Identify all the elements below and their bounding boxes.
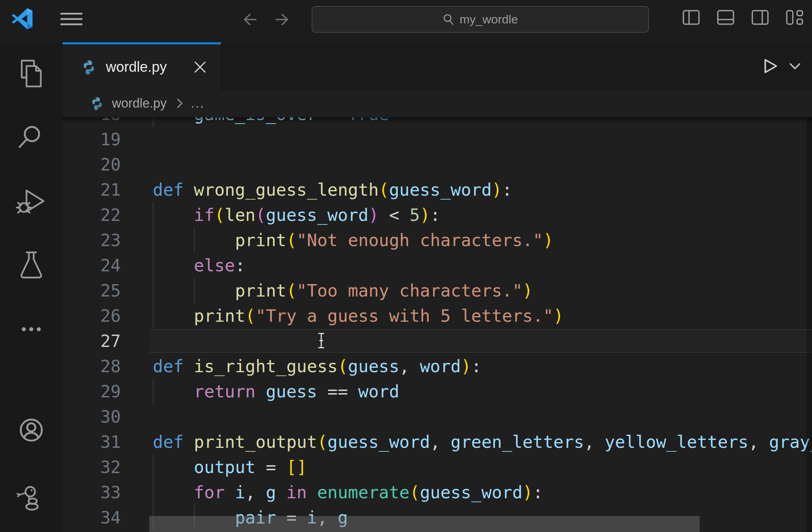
sidebar-item-search[interactable] <box>0 116 63 159</box>
activity-bar <box>0 42 63 532</box>
code-line-18[interactable]: 18 game_is_over = True <box>63 117 812 127</box>
toggle-secondary-sidebar-icon[interactable] <box>751 10 769 25</box>
close-icon[interactable] <box>193 60 208 75</box>
tab-label: wordle.py <box>106 59 167 75</box>
code-text: return guess == word <box>153 379 399 404</box>
code-line-28[interactable]: 28def is_right_guess(guess, word): <box>63 354 812 379</box>
line-number: 34 <box>63 505 121 530</box>
toggle-primary-sidebar-icon[interactable] <box>682 10 700 25</box>
code-text: if(len(guess_word) < 5): <box>153 202 440 228</box>
line-number: 33 <box>63 480 121 505</box>
line-number: 29 <box>63 379 121 404</box>
editor-group: wordle.py wordle.py <box>63 42 812 532</box>
indent-guide <box>153 455 154 480</box>
code-line-24[interactable]: 24 else: <box>63 253 812 278</box>
snake-icon <box>15 479 48 511</box>
code-line-33[interactable]: 33 for i, g in enumerate(guess_word): <box>63 480 812 505</box>
title-bar: my_wordle <box>0 0 812 42</box>
vscode-logo-icon <box>11 8 33 30</box>
sidebar-item-run-debug[interactable] <box>0 181 63 223</box>
tab-wordle-py[interactable]: wordle.py <box>63 42 221 89</box>
code-line-31[interactable]: 31def print_output(guess_word, green_let… <box>63 429 812 455</box>
line-number: 21 <box>63 177 121 202</box>
indent-guide <box>153 117 154 127</box>
horizontal-scrollbar-thumb[interactable] <box>149 516 700 532</box>
files-icon <box>15 57 48 90</box>
breadcrumb-symbol[interactable]: ... <box>191 96 205 111</box>
code-text: def wrong_guess_length(guess_word): <box>153 177 512 202</box>
code-line-25[interactable]: 25 print("Too many characters.") <box>63 278 812 303</box>
account-icon <box>15 414 48 446</box>
line-number: 25 <box>63 278 121 303</box>
indent-guide <box>153 278 154 303</box>
search-value: my_wordle <box>459 12 518 26</box>
sidebar-item-more-views[interactable] <box>0 308 63 351</box>
line-number: 31 <box>63 429 121 455</box>
code-line-30[interactable]: 30 <box>63 404 812 429</box>
code-text: else: <box>153 253 245 278</box>
line-number: 30 <box>63 404 121 429</box>
line-number: 26 <box>63 303 121 329</box>
sidebar-item-testing[interactable] <box>0 244 63 287</box>
tab-separator <box>221 42 222 89</box>
indent-guide <box>153 202 154 228</box>
tab-bar: wordle.py <box>63 42 812 89</box>
navigate-forward-icon[interactable] <box>275 11 292 28</box>
line-number: 22 <box>63 202 121 228</box>
ellipsis-icon <box>15 313 48 346</box>
menu-hamburger-icon[interactable] <box>60 13 82 26</box>
search-icon <box>442 13 455 26</box>
chevron-right-icon <box>176 98 184 109</box>
line-number: 20 <box>63 152 121 177</box>
code-text: def is_right_guess(guess, word): <box>153 354 482 379</box>
code-text: print("Try a guess with 5 letters.") <box>153 303 564 329</box>
line-number: 28 <box>63 354 121 379</box>
code-line-27[interactable]: 27 <box>63 329 812 354</box>
customize-layout-icon[interactable] <box>786 10 804 25</box>
run-and-debug-icon <box>15 186 48 218</box>
code-line-22[interactable]: 22 if(len(guess_word) < 5): <box>63 202 812 228</box>
breadcrumb: wordle.py ... <box>63 89 812 117</box>
sidebar-item-explorer[interactable] <box>0 52 63 95</box>
code-line-19[interactable]: 19 <box>63 127 812 152</box>
toggle-panel-icon[interactable] <box>717 10 735 25</box>
command-center-search[interactable]: my_wordle <box>312 6 649 33</box>
code-editor[interactable]: 18 game_is_over = True192021def wrong_gu… <box>63 117 812 532</box>
indent-guide <box>194 278 195 303</box>
code-text: def print_output(guess_word, green_lette… <box>153 429 812 455</box>
line-number: 24 <box>63 253 121 278</box>
sidebar-item-account[interactable] <box>0 409 63 451</box>
code-line-20[interactable]: 20 <box>63 152 812 177</box>
code-text: for i, g in enumerate(guess_word): <box>153 480 543 505</box>
python-icon <box>90 96 104 110</box>
code-line-23[interactable]: 23 print("Not enough characters.") <box>63 228 812 253</box>
run-dropdown-chevron-icon[interactable] <box>788 59 802 73</box>
code-text: print("Not enough characters.") <box>153 228 553 253</box>
code-line-21[interactable]: 21def wrong_guess_length(guess_word): <box>63 177 812 202</box>
code-line-29[interactable]: 29 return guess == word <box>63 379 812 404</box>
code-text: print("Too many characters.") <box>153 278 533 303</box>
code-line-26[interactable]: 26 print("Try a guess with 5 letters.") <box>63 303 812 329</box>
indent-guide <box>153 480 154 505</box>
sidebar-item-python-env[interactable] <box>0 474 63 516</box>
indent-guide <box>153 253 154 278</box>
python-icon <box>81 59 97 75</box>
code-text: game_is_over = True <box>153 117 389 127</box>
indent-guide <box>153 228 154 253</box>
vertical-scrollbar-track[interactable] <box>807 117 812 532</box>
layout-controls <box>682 10 804 25</box>
run-file-icon[interactable] <box>762 58 779 75</box>
breadcrumb-file[interactable]: wordle.py <box>112 96 167 111</box>
vscode-window: my_wordle <box>0 0 812 532</box>
line-number: 18 <box>63 117 121 127</box>
code-text: output = [] <box>153 455 307 480</box>
line-number: 23 <box>63 228 121 253</box>
navigate-back-icon[interactable] <box>240 11 257 28</box>
line-number: 32 <box>63 455 121 480</box>
indent-guide <box>194 228 195 253</box>
indent-guide <box>153 303 154 329</box>
flask-icon <box>15 249 48 282</box>
indent-guide <box>153 379 154 404</box>
line-number: 19 <box>63 127 121 152</box>
code-line-32[interactable]: 32 output = [] <box>63 455 812 480</box>
